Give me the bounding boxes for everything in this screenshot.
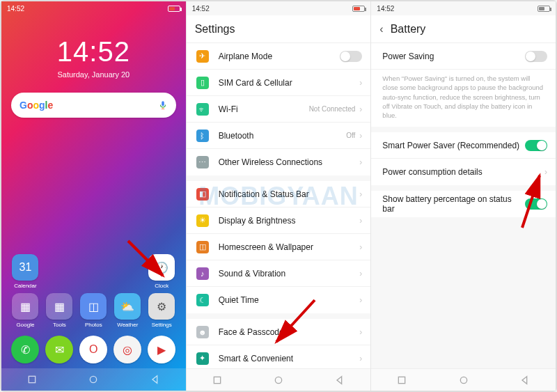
row-label: Wi-Fi	[219, 104, 309, 114]
dock: ✆✉O◎▶	[1, 336, 186, 366]
settings-row[interactable]: ☀Display & Brightness›	[187, 207, 371, 234]
svg-rect-3	[214, 377, 220, 383]
nav-recent-icon[interactable]	[26, 374, 38, 385]
svg-point-7	[460, 377, 466, 383]
row-icon: ▯	[196, 77, 209, 89]
page-title: Battery	[391, 23, 426, 36]
nav-back-icon[interactable]	[150, 374, 161, 385]
toggle[interactable]	[525, 51, 547, 62]
app-icon[interactable]: ▦Google	[8, 293, 42, 328]
google-search-bar[interactable]: Google	[11, 93, 176, 118]
settings-row[interactable]: ✈Airplane Mode	[187, 43, 371, 70]
chevron-icon: ›	[359, 354, 362, 363]
app-icon[interactable]: 31Calendar	[8, 254, 42, 289]
statusbar-time: 14:52	[7, 5, 24, 13]
back-icon[interactable]: ‹	[379, 23, 383, 36]
row-icon: ☀	[196, 214, 209, 227]
nav-recent-icon[interactable]	[396, 375, 407, 386]
row-label: Airplane Mode	[219, 52, 340, 61]
app-icon[interactable]: ⛅Weather	[111, 293, 145, 328]
toggle[interactable]	[525, 198, 547, 210]
battery-icon	[352, 6, 365, 12]
battery-row[interactable]: Power consumption details›	[371, 159, 556, 185]
settings-row[interactable]: ◫Homescreen & Wallpaper›	[187, 234, 371, 260]
chevron-icon: ›	[359, 269, 362, 279]
row-label: Display & Brightness	[219, 216, 360, 226]
settings-row[interactable]: ⋯Other Wireless Connections›	[187, 149, 371, 175]
settings-panel: 14:52 Settings ✈Airplane Mode▯SIM Card &…	[187, 1, 372, 391]
row-label: Smart & Convenient	[219, 354, 360, 363]
description-text: When "Power Saving" is turned on, the sy…	[371, 70, 556, 127]
settings-row[interactable]: ᯤWi-FiNot Connected›	[187, 96, 371, 123]
nav-home-icon[interactable]	[88, 374, 99, 385]
app-icon[interactable]: ▦Tools	[42, 293, 77, 328]
app-grid-row1: 31Calendar🕐Clock▦Google▦Tools◫Photos⛅Wea…	[1, 254, 186, 328]
app-icon[interactable]: ⚙Settings	[145, 293, 179, 328]
nav-back-icon[interactable]	[334, 375, 345, 386]
dock-app[interactable]: O	[77, 336, 111, 366]
chevron-icon: ›	[359, 216, 362, 226]
settings-row[interactable]: ♪Sound & Vibration›	[187, 260, 371, 287]
nav-back-icon[interactable]	[519, 375, 531, 386]
row-icon: ♪	[196, 267, 209, 280]
nav-recent-icon[interactable]	[212, 375, 223, 386]
svg-point-1	[91, 376, 97, 382]
statusbar-time: 14:52	[377, 5, 394, 13]
settings-list: ✈Airplane Mode▯SIM Card & Cellular›ᯤWi-F…	[187, 43, 371, 391]
nav-bar	[371, 368, 556, 391]
dock-app[interactable]: ▶	[145, 336, 179, 366]
battery-icon	[538, 6, 550, 12]
dock-app[interactable]: ✆	[8, 336, 42, 366]
statusbar-time: 14:52	[192, 5, 210, 13]
dock-app[interactable]: ✉	[42, 336, 77, 366]
row-label: Smart Power Saver (Recommended)	[382, 141, 525, 150]
row-label: Homescreen & Wallpaper	[219, 242, 360, 252]
row-icon: ☾	[196, 294, 209, 306]
settings-row[interactable]: ◧Notification & Status Bar›	[187, 181, 371, 207]
chevron-icon: ›	[359, 157, 362, 167]
app-label: Settings	[152, 322, 172, 328]
app-label: Google	[17, 322, 35, 328]
battery-row[interactable]: Power Saving	[371, 43, 556, 70]
chevron-icon: ›	[359, 78, 362, 88]
app-label: Photos	[85, 322, 102, 328]
dock-app[interactable]: ◎	[111, 336, 145, 366]
row-extra: Off	[346, 132, 355, 139]
row-label: Power Saving	[382, 52, 525, 61]
app-label: Tools	[53, 322, 66, 328]
google-logo: Google	[19, 100, 53, 111]
page-title: Settings	[195, 23, 235, 36]
row-label: Power consumption details	[382, 167, 544, 177]
row-icon: ᛒ	[196, 130, 209, 142]
chevron-icon: ›	[544, 167, 547, 177]
clock-date: Saturday, January 20	[1, 70, 186, 79]
row-icon: ◧	[196, 188, 209, 201]
nav-home-icon[interactable]	[458, 375, 469, 386]
row-icon: ✈	[196, 50, 209, 63]
settings-row[interactable]: ᛒBluetoothOff›	[187, 123, 371, 149]
battery-row[interactable]: Show battery percentage on status bar	[371, 191, 556, 217]
mic-icon[interactable]	[158, 100, 168, 110]
nav-home-icon[interactable]	[273, 375, 284, 386]
app-icon[interactable]: 🕐Clock	[145, 254, 179, 289]
settings-row[interactable]: ☾Quiet Time›	[187, 287, 371, 313]
battery-list: Power SavingWhen "Power Saving" is turne…	[371, 43, 556, 391]
app-label: Weather	[117, 322, 138, 328]
app-label: Clock	[155, 283, 168, 289]
row-label: SIM Card & Cellular	[219, 78, 360, 88]
settings-row[interactable]: ☻Face & Passcode›	[187, 319, 371, 345]
status-bar: 14:52	[187, 1, 371, 15]
settings-row[interactable]: ▯SIM Card & Cellular›	[187, 70, 371, 96]
row-icon: ᯤ	[196, 103, 209, 116]
row-label: Bluetooth	[219, 131, 347, 141]
app-icon[interactable]: ◫Photos	[77, 293, 111, 328]
row-label: Face & Passcode	[219, 327, 360, 337]
row-icon: ✦	[196, 352, 209, 365]
svg-point-4	[275, 377, 281, 383]
row-label: Other Wireless Connections	[219, 157, 360, 167]
battery-row[interactable]: Smart Power Saver (Recommended)	[371, 132, 556, 159]
toggle[interactable]	[340, 51, 362, 62]
row-label: Show battery percentage on status bar	[382, 194, 525, 214]
toggle[interactable]	[525, 140, 547, 151]
chevron-icon: ›	[359, 189, 362, 199]
